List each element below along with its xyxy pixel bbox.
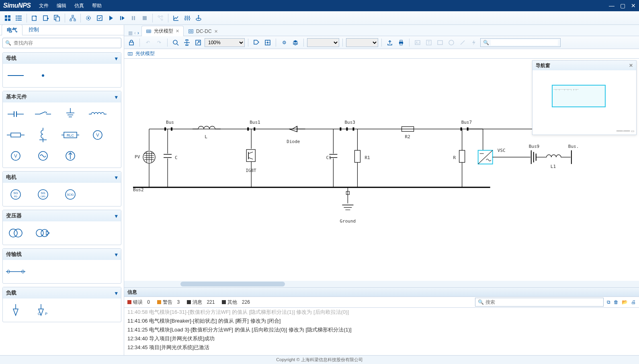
message-row[interactable]: 12:34:45 项目[并网光伏系统]已激活 [124,343,639,352]
line-tool-icon[interactable] [458,38,467,47]
print-icon[interactable] [396,38,406,47]
copy-file-icon[interactable] [52,13,62,23]
filter-warning[interactable]: 警告 3 [157,299,180,306]
tab-close-icon[interactable]: ✕ [214,29,218,34]
comp-voltmeter[interactable]: V [5,147,26,164]
comp-bus-line[interactable] [5,67,26,84]
menu-file[interactable]: 文件 [39,2,49,9]
combo-2[interactable] [346,38,378,47]
message-list[interactable]: 11:40:58 电气模块[16-31]-[数值积分方法WF] 的值从 [隐式梯… [124,308,639,355]
combo-1[interactable] [307,38,339,47]
redo-icon[interactable]: ↷ [154,38,164,47]
tab-electrical[interactable]: 电气 [2,25,23,35]
target-icon[interactable] [263,38,272,47]
message-row[interactable]: 11:41:25 电气模块[Load 3]-[数值积分方法WF] 的值从 [后向… [124,325,639,334]
comp-bus-dot[interactable] [33,67,53,84]
filter-other[interactable]: 其他 226 [222,299,250,306]
build-settings-icon[interactable] [83,13,94,23]
rect-icon[interactable] [435,38,445,47]
library-search[interactable]: 🔍 [2,38,121,48]
message-search-input[interactable] [485,299,601,305]
sliders-icon[interactable] [182,13,193,23]
comp-current-source[interactable] [60,147,81,164]
canvas[interactable]: Bus Bus1 Bus3 Bus7 Bus2 PV C [124,59,639,287]
message-search[interactable]: 🔍 [475,298,604,307]
category-basic-header[interactable]: 基本元件▾ [3,91,121,102]
library-search-input[interactable] [14,40,119,46]
category-transformer-header[interactable]: 变压器▾ [3,210,121,221]
zoom-select[interactable]: 100% [205,38,245,47]
navigator-zoom-controls[interactable]: ━━━◦━━━ ▭ [616,129,635,133]
comp-switch[interactable] [33,106,53,123]
menu-simulate[interactable]: 仿真 [74,2,84,9]
comp-ac-source[interactable] [33,147,53,164]
grid-view-icon[interactable] [2,13,13,23]
run-icon[interactable] [106,13,116,23]
link-icon[interactable] [155,13,166,23]
message-row[interactable]: 11:41:06 电气模块[Breaker]-[初始状态] 的值从 [断开] 修… [124,317,639,325]
build-icon[interactable] [94,13,105,23]
fit-icon[interactable] [193,38,203,47]
layers-icon[interactable] [291,38,300,47]
comp-capacitor[interactable] [5,106,26,123]
print-icon[interactable]: 🖨 [631,299,636,305]
category-load-header[interactable]: 负载▾ [3,287,121,299]
pause-icon[interactable] [128,13,139,23]
comp-rlc[interactable]: RLC [60,127,81,143]
list-view-icon[interactable] [14,13,24,23]
pan-icon[interactable] [182,38,192,47]
comp-transformer-2w[interactable] [5,225,26,241]
zoom-icon[interactable] [171,38,180,47]
comp-load-cp[interactable]: CP [33,302,53,319]
comp-transformer-3w[interactable] [33,225,53,241]
canvas-horizontal-scrollbar[interactable] [124,281,639,287]
bolt-icon[interactable] [469,38,479,47]
comp-sg-cipd[interactable]: SGCIPD [33,186,53,203]
tag-icon[interactable] [252,38,261,47]
image-icon[interactable] [413,38,422,47]
nav-menu-icon[interactable]: ▦ [128,30,133,36]
category-machine-header[interactable]: 电机▾ [3,172,121,183]
hierarchy-icon[interactable] [68,13,78,23]
filter-error[interactable]: 错误 0 [127,299,150,306]
gear-icon[interactable]: ⚙ [279,38,289,47]
navigator-body[interactable]: ─┬─┬──┬─┬─┐ ┬ ┬─ ━━━◦━━━ ▭ [532,70,636,135]
comp-transmission-line[interactable] [5,263,26,280]
comp-sg-pd[interactable]: SGPD [5,186,26,203]
canvas-search[interactable]: 🔍 [480,38,561,47]
comp-voltage-source[interactable]: V [87,127,108,143]
tab-close-icon[interactable]: ✕ [176,29,179,34]
copy-icon[interactable]: ⧉ [607,299,610,305]
text-icon[interactable]: T [424,38,434,47]
nav-fwd-icon[interactable]: › [137,30,139,36]
minimize-button[interactable]: — [609,2,614,9]
close-icon[interactable]: ✕ [629,63,633,68]
comp-ground[interactable] [60,106,81,123]
menu-help[interactable]: 帮助 [92,2,102,9]
export-icon[interactable] [29,13,40,23]
maximize-button[interactable]: ▢ [620,2,625,9]
undo-icon[interactable]: ↶ [143,38,153,47]
menu-edit[interactable]: 编辑 [57,2,66,9]
comp-nonlinear-ind[interactable] [33,127,53,143]
comp-load[interactable] [5,302,26,319]
scope-icon[interactable] [193,13,204,23]
filter-info[interactable]: 消息 221 [187,299,215,306]
stop-icon[interactable] [139,13,150,23]
circle-icon[interactable] [446,38,456,47]
navigator-panel[interactable]: 导航窗 ✕ ─┬─┬──┬─┬─┐ ┬ ┬─ ━━━◦━━━ ▭ [532,60,637,135]
chart-icon[interactable] [171,13,181,23]
message-row[interactable]: 11:40:58 电气模块[16-31]-[数值积分方法WF] 的值从 [隐式梯… [124,308,639,317]
upload-icon[interactable] [385,38,395,47]
lock-icon[interactable] [127,38,136,47]
tab-photovoltaic[interactable]: 光伏模型 ✕ [141,26,184,36]
add-file-icon[interactable] [41,13,51,23]
category-transmission-header[interactable]: 传输线▾ [3,249,121,260]
nav-back-icon[interactable]: ‹ [134,30,136,36]
tab-control[interactable]: 控制 [23,25,44,35]
scrollbar-thumb[interactable] [180,282,285,286]
tab-dcdc[interactable]: DC-DC ✕ [184,27,222,36]
close-button[interactable]: ✕ [631,2,636,9]
comp-resistor[interactable] [5,127,26,143]
breadcrumb-text[interactable]: 光伏模型 [135,50,155,57]
